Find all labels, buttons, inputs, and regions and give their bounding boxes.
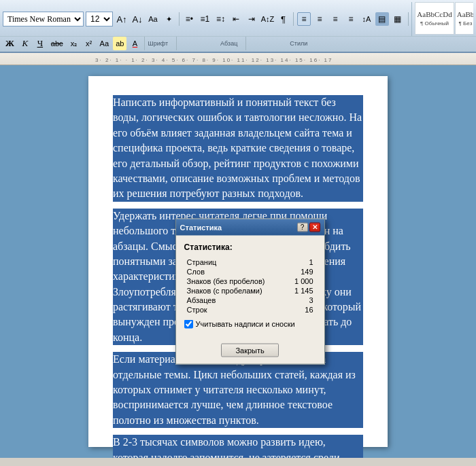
superscript-button[interactable]: x² <box>82 37 96 50</box>
stats-label: Слов <box>184 266 286 276</box>
font-group-label: Шрифт <box>148 40 168 47</box>
dialog-body: Статистика: Страниц1Слов149Знаков (без п… <box>176 235 324 340</box>
sort-button[interactable]: A↕Z <box>260 12 274 26</box>
show-marks-button[interactable]: ¶ <box>276 12 290 26</box>
stats-row: Страниц1 <box>184 257 316 266</box>
stats-value: 149 <box>286 266 316 276</box>
styles-panel: AaBbCcDd ¶ Обычный AaBbCcDd ¶ Без инте..… <box>411 2 473 36</box>
font-grow-button[interactable]: A↑ <box>115 12 129 26</box>
style-normal-preview: AaBbCcDd <box>417 10 452 19</box>
stats-row: Знаков (без пробелов)1 000 <box>184 276 316 285</box>
align-center-button[interactable]: ≡ <box>313 12 326 26</box>
numbering-button[interactable]: ≡1 <box>198 12 211 26</box>
dialog-stats-table: Страниц1Слов149Знаков (без пробелов)1 00… <box>184 257 316 314</box>
dialog-checkbox-row: Учитывать надписи и сноски <box>184 319 316 328</box>
dialog-heading: Статистика: <box>184 242 316 251</box>
aa-button[interactable]: Аа <box>97 37 112 50</box>
dialog-close-button[interactable]: Закрыть <box>221 343 278 357</box>
shading-button[interactable]: ▤ <box>375 12 389 26</box>
highlight-button[interactable]: ab <box>113 37 126 50</box>
style-no-spacing[interactable]: AaBbCcDd ¶ Без инте... <box>455 2 473 35</box>
page: Написать информативный и понятный текст … <box>88 76 388 447</box>
font-name-dropdown[interactable]: Times New Roman <box>3 12 84 26</box>
ruler-content: 3· 2· 1· · 1· 2· 3· 4· 5· 6· 7· 8· 9· 10… <box>0 57 476 63</box>
paragraph-group-label: Абзац <box>220 40 237 47</box>
dialog-footer: Закрыть <box>176 340 324 363</box>
paragraph-4[interactable]: В 2-3 тысячах символов можно развить иде… <box>113 435 363 458</box>
dialog-controls: ? ✕ <box>297 222 320 232</box>
bold-button[interactable]: Ж <box>3 37 17 50</box>
ruler: 3· 2· 1· · 1· 2· 3· 4· 5· 6· 7· 8· 9· 10… <box>0 53 476 65</box>
decrease-indent-button[interactable]: ⇤ <box>229 12 243 26</box>
stats-value: 1 000 <box>286 276 316 285</box>
divider4 <box>144 37 145 50</box>
line-spacing-button[interactable]: ↕A <box>360 12 373 26</box>
style-no-spacing-label: ¶ Без инте... <box>459 20 473 26</box>
clear-format-button[interactable]: ✦ <box>162 12 175 26</box>
stats-row: Слов149 <box>184 266 316 276</box>
bullets-button[interactable]: ≡• <box>182 12 196 26</box>
stats-label: Знаков (с пробелами) <box>184 285 286 295</box>
ribbon: Times New Roman 12 A↑ A↓ Aa ✦ ≡• ≡1 ≡↕ ⇤… <box>0 0 476 53</box>
stats-label: Страниц <box>184 257 286 266</box>
dialog-help-button[interactable]: ? <box>297 222 308 232</box>
border-button[interactable]: ▦ <box>391 12 405 26</box>
font-size-dropdown[interactable]: 12 <box>86 12 113 26</box>
font-row: Times New Roman 12 A↑ A↓ Aa ✦ ≡• ≡1 ≡↕ ⇤… <box>0 0 476 36</box>
multilevel-list-button[interactable]: ≡↕ <box>214 12 227 26</box>
italic-button[interactable]: К <box>18 37 32 50</box>
stats-label: Строк <box>184 304 286 314</box>
styles-group-label: Стили <box>290 40 307 47</box>
align-justify-button[interactable]: ≡ <box>344 12 358 26</box>
include-notes-checkbox[interactable] <box>184 319 193 328</box>
stats-row: Абзацев3 <box>184 295 316 304</box>
include-notes-label: Учитывать надписи и сноски <box>196 320 295 328</box>
stats-row: Строк16 <box>184 304 316 314</box>
align-right-button[interactable]: ≡ <box>328 12 342 26</box>
strikethrough-button[interactable]: abc <box>48 37 66 50</box>
statistics-dialog: Статистика ? ✕ Статистика: Страниц1Слов1… <box>175 218 325 364</box>
dialog-close-x-button[interactable]: ✕ <box>309 222 320 232</box>
paragraph-1[interactable]: Написать информативный и понятный текст … <box>113 95 363 202</box>
align-left-button[interactable]: ≡ <box>297 12 311 26</box>
increase-indent-button[interactable]: ⇥ <box>245 12 258 26</box>
stats-row: Знаков (с пробелами)1 145 <box>184 285 316 295</box>
ruler-marks: 3· 2· 1· · 1· 2· 3· 4· 5· 6· 7· 8· 9· 10… <box>95 57 333 63</box>
stats-value: 16 <box>286 304 316 314</box>
style-no-spacing-preview: AaBbCcDd <box>457 10 473 19</box>
stats-label: Абзацев <box>184 295 286 304</box>
stats-value: 3 <box>286 295 316 304</box>
change-case-button[interactable]: Aa <box>146 12 160 26</box>
stats-value: 1 145 <box>286 285 316 295</box>
divider6 <box>245 37 246 50</box>
divider5 <box>176 37 177 50</box>
stats-label: Знаков (без пробелов) <box>184 276 286 285</box>
font-shrink-button[interactable]: A↓ <box>131 12 144 26</box>
style-normal[interactable]: AaBbCcDd ¶ Обычный <box>415 2 454 35</box>
dialog-titlebar: Статистика ? ✕ <box>176 219 324 235</box>
style-normal-label: ¶ Обычный <box>420 20 449 26</box>
underline-button[interactable]: Ч <box>33 37 47 50</box>
font-color-button[interactable]: А <box>128 37 141 50</box>
stats-value: 1 <box>286 257 316 266</box>
subscript-button[interactable]: x₂ <box>67 37 81 50</box>
dialog-title: Статистика <box>180 223 222 231</box>
document-area: Написать информативный и понятный текст … <box>0 65 476 458</box>
